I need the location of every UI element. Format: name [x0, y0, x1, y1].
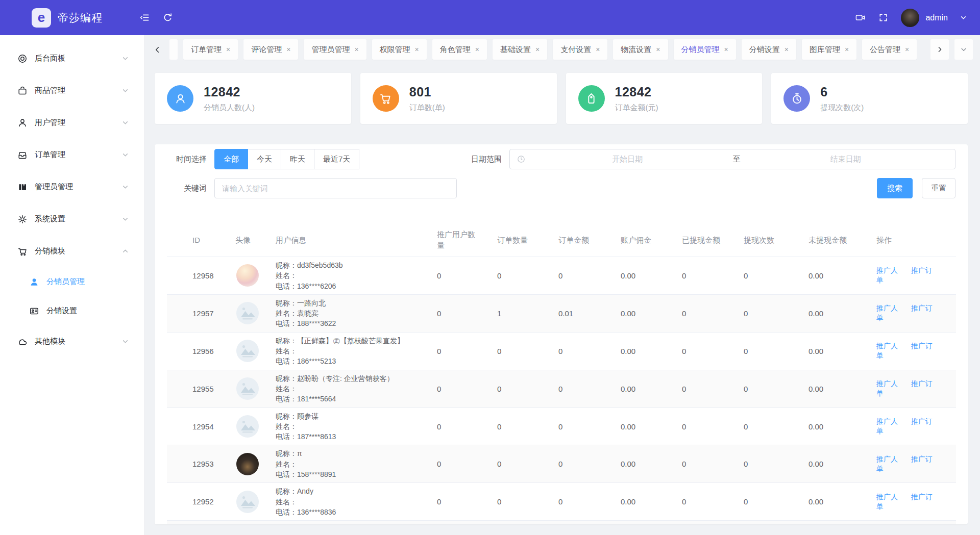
tabs-menu-icon[interactable] — [954, 39, 973, 60]
sidebar-item-label: 分销模块 — [35, 246, 65, 256]
sidebar-item[interactable]: 用户管理 — [0, 107, 144, 139]
tab[interactable]: 管理员管理 × — [304, 39, 366, 60]
date-range-picker[interactable]: 开始日期 至 结束日期 — [509, 149, 955, 169]
time-option-button[interactable]: 全部 — [214, 149, 248, 169]
table-row: 12951 昵称：鸿运 姓名： 电话 — [167, 521, 956, 524]
sidebar-item[interactable]: 分销员管理 — [0, 267, 144, 296]
cell-order-amount: 0 — [553, 445, 616, 483]
sidebar-item-label: 分销员管理 — [46, 277, 85, 287]
promoter-link[interactable]: 推广人 — [876, 493, 898, 501]
tab-close-icon[interactable]: × — [475, 46, 479, 53]
promoter-link[interactable]: 推广人 — [876, 304, 898, 312]
time-select-label: 时间选择 — [167, 155, 207, 164]
tab-close-icon[interactable]: × — [656, 46, 660, 53]
cell-avatar — [230, 370, 271, 407]
cell-withdraw-count: 0 — [739, 445, 803, 483]
cell-order-amount: 0 — [553, 332, 616, 370]
keyword-input[interactable] — [214, 178, 457, 198]
sidebar-item[interactable]: 分销设置 — [0, 296, 144, 325]
promoter-link[interactable]: 推广人 — [876, 342, 898, 350]
cell-user-info: 昵称：Andy 姓名： 电话：136****8836 — [271, 483, 432, 521]
sidebar-item[interactable]: 其他模块 — [0, 325, 144, 358]
cell-id: 12957 — [167, 294, 230, 332]
user-name: 姓名： — [276, 421, 427, 431]
tab-close-icon[interactable]: × — [535, 46, 540, 53]
collapse-sidebar-icon[interactable] — [139, 12, 150, 23]
tab[interactable]: 基础设置 × — [493, 39, 547, 60]
tab-close-icon[interactable]: × — [905, 46, 909, 53]
cell-promo-users: 0 — [432, 521, 492, 524]
tab-label: 分销设置 — [749, 45, 780, 55]
refresh-icon[interactable] — [162, 12, 173, 23]
column-header: ID — [167, 223, 230, 257]
tab[interactable]: 公告管理 × — [862, 39, 917, 60]
tab[interactable]: 订单管理 × — [183, 39, 238, 60]
cell-actions: 推广人推广订单 — [871, 294, 956, 332]
tab[interactable]: 图库管理 × — [802, 39, 856, 60]
sidebar-item[interactable]: 订单管理 — [0, 139, 144, 171]
cell-unwithdrawn: 0.00 — [803, 445, 871, 483]
tab[interactable]: 支付设置 × — [553, 39, 607, 60]
tab-close-icon[interactable]: × — [286, 46, 290, 53]
cell-avatar — [230, 332, 271, 370]
tab-close-icon[interactable]: × — [415, 46, 419, 53]
date-range-label: 日期范围 — [462, 155, 502, 164]
cell-order-count: 0 — [492, 370, 553, 407]
cell-actions: 推广人推广订单 — [871, 332, 956, 370]
chevron-down-icon[interactable] — [960, 14, 967, 21]
tab-close-icon[interactable]: × — [354, 46, 358, 53]
stat-value: 801 — [409, 85, 445, 99]
keyword-label: 关键词 — [167, 184, 207, 193]
sidebar-item[interactable]: 分销模块 — [0, 235, 144, 267]
time-option-button[interactable]: 今天 — [248, 149, 281, 169]
avatar — [236, 264, 259, 287]
tab-close-icon[interactable]: × — [845, 46, 849, 53]
promoter-link[interactable]: 推广人 — [876, 417, 898, 425]
sidebar-item[interactable]: 后台面板 — [0, 42, 144, 74]
sidebar-item[interactable]: 商品管理 — [0, 74, 144, 107]
cell-actions: 推广人推广订单 — [871, 483, 956, 521]
tab-close-icon[interactable]: × — [226, 46, 230, 53]
sidebar-item[interactable]: 管理员管理 — [0, 171, 144, 203]
tab-close-icon[interactable]: × — [785, 46, 789, 53]
table-row: 12954 昵称：顾参谋 姓名： 电 — [167, 407, 956, 445]
cell-avatar — [230, 257, 271, 295]
clipped-tab[interactable] — [169, 39, 178, 60]
user-avatar[interactable] — [901, 9, 919, 27]
stat-icon — [373, 85, 399, 112]
column-header-label: 推广用户数量 — [437, 229, 480, 250]
cell-id: 12956 — [167, 332, 230, 370]
cell-actions: 推广人推广订单 — [871, 407, 956, 445]
tab[interactable]: 物流设置 × — [613, 39, 668, 60]
sidebar-item[interactable]: 系统设置 — [0, 203, 144, 235]
username[interactable]: admin — [925, 13, 948, 22]
placeholder-image-icon — [236, 302, 259, 324]
start-date-placeholder[interactable]: 开始日期 — [525, 155, 730, 164]
tab[interactable]: 角色管理 × — [432, 39, 487, 60]
stat-card: 12842 分销员人数(人) — [155, 73, 351, 124]
tab[interactable]: 分销设置 × — [742, 39, 796, 60]
tab-close-icon[interactable]: × — [724, 46, 728, 53]
end-date-placeholder[interactable]: 结束日期 — [744, 155, 948, 164]
time-option-button[interactable]: 昨天 — [281, 149, 314, 169]
date-to-separator: 至 — [730, 155, 744, 164]
cell-withdraw-count: 0 — [739, 332, 803, 370]
video-icon[interactable] — [855, 12, 866, 23]
cell-actions: 推广人推广订单 — [871, 257, 956, 295]
tab[interactable]: 分销员管理 × — [674, 39, 736, 60]
cell-id: 12955 — [167, 370, 230, 407]
tabs-scroll-left-icon[interactable] — [151, 39, 164, 60]
avatar — [236, 340, 259, 362]
tabs-scroll-right-icon[interactable] — [930, 39, 949, 60]
reset-button[interactable]: 重置 — [922, 178, 955, 198]
fullscreen-icon[interactable] — [878, 12, 889, 23]
promoter-link[interactable]: 推广人 — [876, 266, 898, 274]
tab[interactable]: 权限管理 × — [372, 39, 427, 60]
time-option-button[interactable]: 最近7天 — [314, 149, 359, 169]
main-area: 订单管理 × 评论管理 × 管理员管理 × 权限管理 × 角色管理 × — [144, 35, 980, 535]
tab-close-icon[interactable]: × — [596, 46, 600, 53]
promoter-link[interactable]: 推广人 — [876, 379, 898, 388]
promoter-link[interactable]: 推广人 — [876, 455, 898, 463]
tab[interactable]: 评论管理 × — [243, 39, 298, 60]
search-button[interactable]: 搜索 — [877, 178, 913, 198]
